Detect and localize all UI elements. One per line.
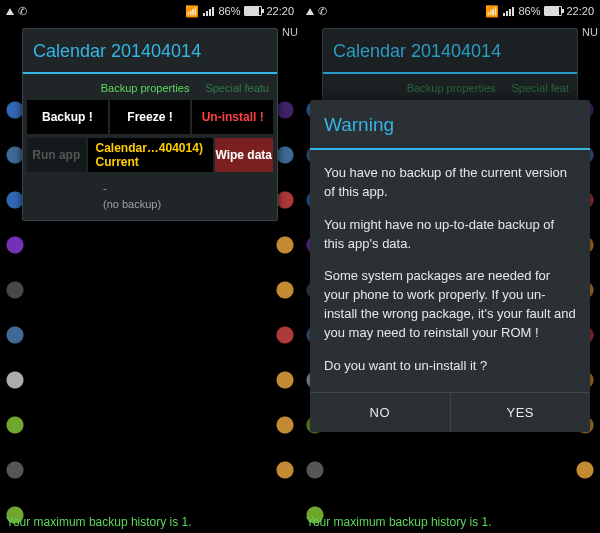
dialog-title: Warning	[310, 100, 590, 148]
app-panel-dimmed: Calendar 201404014 Backup properties Spe…	[322, 28, 578, 101]
battery-percent: 86%	[218, 5, 240, 17]
tab-special-features[interactable]: Special featu	[197, 82, 277, 94]
tab-bar: Backup properties Special featu	[23, 74, 277, 100]
footer-hint: Your maximum backup history is 1.	[306, 515, 492, 529]
uninstall-button[interactable]: Un-install !	[192, 100, 273, 134]
screen-left: ✆ 📶 86% 22:20 NU Calendar 201404014 Back…	[0, 0, 300, 533]
status-bar: ✆ 📶 86% 22:20	[0, 0, 300, 22]
panel-title: Calendar 201404014	[23, 29, 277, 72]
dialog-p4: Do you want to un-install it ?	[324, 357, 576, 376]
tab-bar: Backup properties Special feat	[323, 74, 577, 100]
battery-icon	[244, 6, 262, 16]
dialog-p2: You might have no up-to-date backup of t…	[324, 216, 576, 254]
freeze-button[interactable]: Freeze !	[110, 100, 191, 134]
notification-icon	[6, 8, 14, 15]
menu-fragment: NU	[282, 26, 298, 38]
dialog-body: You have no backup of the current versio…	[310, 150, 590, 392]
app-panel: Calendar 201404014 Backup properties Spe…	[22, 28, 278, 221]
current-line2: Current	[96, 155, 213, 169]
menu-fragment: NU	[582, 26, 598, 38]
battery-icon	[544, 6, 562, 16]
backup-button[interactable]: Backup !	[27, 100, 108, 134]
dialog-no-button[interactable]: NO	[310, 393, 450, 432]
warning-dialog: Warning You have no backup of the curren…	[310, 100, 590, 432]
clock: 22:20	[266, 5, 294, 17]
dialog-button-row: NO YES	[310, 392, 590, 432]
battery-percent: 86%	[518, 5, 540, 17]
current-line1: Calendar…404014)	[96, 141, 213, 155]
panel-title: Calendar 201404014	[323, 29, 577, 72]
dialog-yes-button[interactable]: YES	[450, 393, 591, 432]
screen-right: ✆ 📶 86% 22:20 NU Calendar 201404014 Back…	[300, 0, 600, 533]
signal-icon	[503, 6, 514, 16]
status-bar: ✆ 📶 86% 22:20	[300, 0, 600, 22]
notification-icon	[306, 8, 314, 15]
no-backup-label: (no backup)	[23, 194, 277, 210]
tab-backup-properties[interactable]: Backup properties	[93, 82, 198, 94]
footer-hint: Your maximum backup history is 1.	[6, 515, 192, 529]
no-backup-dash: -	[23, 182, 277, 194]
wifi-icon: 📶	[485, 5, 499, 18]
tab-special-features: Special feat	[504, 82, 577, 94]
current-version-cell: Calendar…404014) Current	[88, 138, 213, 172]
dialog-p1: You have no backup of the current versio…	[324, 164, 576, 202]
no-backup-row: - (no backup)	[23, 176, 277, 220]
tab-backup-properties: Backup properties	[399, 82, 504, 94]
clock: 22:20	[566, 5, 594, 17]
signal-icon	[203, 6, 214, 16]
wipe-data-button[interactable]: Wipe data	[215, 138, 274, 172]
phone-icon: ✆	[318, 5, 327, 18]
run-app-button: Run app	[27, 138, 86, 172]
dialog-p3: Some system packages are needed for your…	[324, 267, 576, 342]
wifi-icon: 📶	[185, 5, 199, 18]
phone-icon: ✆	[18, 5, 27, 18]
